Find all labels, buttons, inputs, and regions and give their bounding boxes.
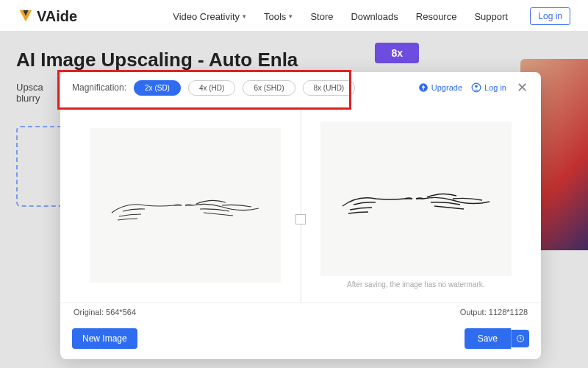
mag-option-6x[interactable]: 6x (SHD) xyxy=(243,80,295,96)
nav-video-creativity[interactable]: Video Creativity▾ xyxy=(173,11,246,22)
brand-logo-icon xyxy=(18,8,34,24)
magnification-label: Magnification: xyxy=(72,82,126,93)
modal-login-link[interactable]: Log in xyxy=(471,82,506,93)
mag-option-4x[interactable]: 4x (HD) xyxy=(188,80,235,96)
close-icon[interactable]: ✕ xyxy=(515,79,529,96)
compare-slider-handle[interactable] xyxy=(295,214,306,224)
badge-8x: 8x xyxy=(375,43,419,63)
top-nav: VAide Video Creativity▾ Tools▾ Store Dow… xyxy=(0,0,588,33)
nav-store[interactable]: Store xyxy=(310,11,333,22)
dimension-info: Original: 564*564 Output: 1128*1128 xyxy=(60,302,541,321)
save-options-button[interactable] xyxy=(511,330,529,347)
output-pane: After saving, the image has no watermark… xyxy=(301,107,531,302)
original-image xyxy=(90,128,281,283)
nav-support[interactable]: Support xyxy=(474,11,508,22)
user-icon xyxy=(471,82,481,93)
save-button-group: Save xyxy=(465,328,529,349)
brand-logo[interactable]: VAide xyxy=(18,8,77,25)
login-button[interactable]: Log in xyxy=(530,7,570,25)
upscale-modal: Magnification: 2x (SD) 4x (HD) 6x (SHD) … xyxy=(60,72,541,359)
compare-area: After saving, the image has no watermark… xyxy=(60,103,541,302)
modal-toolbar: Magnification: 2x (SD) 4x (HD) 6x (SHD) … xyxy=(60,72,541,103)
upgrade-link[interactable]: Upgrade xyxy=(418,82,462,93)
output-dimensions: Output: 1128*1128 xyxy=(460,308,528,316)
magnification-options: 2x (SD) 4x (HD) 6x (SHD) 8x (UHD) xyxy=(134,80,355,96)
output-image xyxy=(320,121,512,276)
mag-option-8x[interactable]: 8x (UHD) xyxy=(303,80,356,96)
nav-downloads[interactable]: Downloads xyxy=(351,11,398,22)
upgrade-icon xyxy=(418,82,429,93)
hands-sketch-icon xyxy=(335,169,497,228)
original-pane xyxy=(71,107,301,302)
watermark-note: After saving, the image has no watermark… xyxy=(347,280,484,289)
history-icon xyxy=(516,334,525,343)
nav-resource[interactable]: Resource xyxy=(416,11,457,22)
modal-actions: New Image Save xyxy=(60,321,541,359)
chevron-down-icon: ▾ xyxy=(243,13,246,20)
nav-items: Video Creativity▾ Tools▾ Store Downloads… xyxy=(173,11,508,22)
hands-sketch-icon xyxy=(104,176,266,235)
chevron-down-icon: ▾ xyxy=(289,13,293,20)
save-button[interactable]: Save xyxy=(465,328,511,349)
modal-top-right: Upgrade Log in ✕ xyxy=(418,79,529,96)
original-dimensions: Original: 564*564 xyxy=(74,308,136,316)
nav-tools[interactable]: Tools▾ xyxy=(264,11,293,22)
new-image-button[interactable]: New Image xyxy=(72,328,137,349)
svg-point-2 xyxy=(475,85,478,88)
brand-name: VAide xyxy=(37,8,77,25)
mag-option-2x[interactable]: 2x (SD) xyxy=(134,80,181,96)
hero-title: AI Image Upscaling - Auto Enla xyxy=(16,49,310,71)
